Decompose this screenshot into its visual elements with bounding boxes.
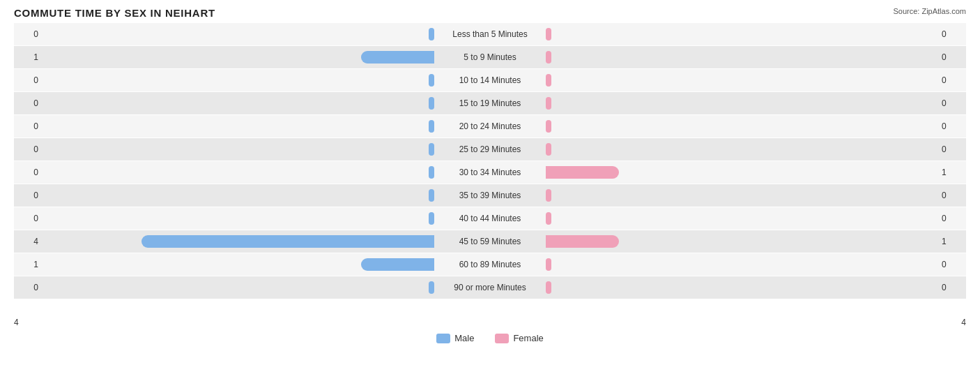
source-label: Source: ZipAtlas.com	[893, 7, 966, 15]
female-bar-6	[546, 166, 619, 179]
male-bar-11	[429, 281, 434, 294]
male-bar-container-8	[42, 211, 434, 226]
female-bar-container-9	[546, 234, 938, 249]
row-label-11: 90 or more Minutes	[434, 283, 546, 292]
bar-section-8: 40 to 44 Minutes	[42, 207, 938, 230]
male-value-8: 0	[14, 214, 42, 223]
female-value-3: 0	[938, 98, 966, 108]
male-bar-container-11	[42, 280, 434, 295]
male-value-11: 0	[14, 283, 42, 292]
legend-male-label: Male	[454, 333, 474, 343]
chart-container: COMMUTE TIME BY SEX IN NEIHART Source: Z…	[0, 0, 980, 365]
male-bar-container-10	[42, 257, 434, 272]
male-value-3: 0	[14, 98, 42, 108]
male-bar-container-5	[42, 142, 434, 157]
female-bar-container-8	[546, 211, 938, 226]
row-label-2: 10 to 14 Minutes	[434, 75, 546, 85]
bar-section-11: 90 or more Minutes	[42, 276, 938, 299]
female-value-10: 0	[938, 260, 966, 269]
female-value-2: 0	[938, 75, 966, 85]
male-bar-container-9	[42, 234, 434, 249]
bar-section-9: 45 to 59 Minutes	[42, 230, 938, 253]
legend-male-box	[436, 334, 450, 343]
table-row: 4 45 to 59 Minutes 1	[14, 230, 966, 253]
legend-female-box	[495, 334, 509, 343]
row-label-8: 40 to 44 Minutes	[434, 214, 546, 223]
female-bar-container-4	[546, 119, 938, 134]
female-value-9: 1	[938, 237, 966, 246]
female-bar-container-0	[546, 27, 938, 42]
axis-right-value: 4	[961, 318, 966, 327]
axis-values: 4 4	[14, 318, 966, 327]
table-row: 0 20 to 24 Minutes 0	[14, 115, 966, 137]
male-value-4: 0	[14, 121, 42, 131]
axis-left-value: 4	[14, 318, 19, 327]
male-value-6: 0	[14, 167, 42, 177]
male-bar-container-0	[42, 27, 434, 42]
table-row: 0 40 to 44 Minutes 0	[14, 207, 966, 230]
male-value-9: 4	[14, 237, 42, 246]
row-label-3: 15 to 19 Minutes	[434, 98, 546, 108]
row-label-10: 60 to 89 Minutes	[434, 260, 546, 269]
table-row: 1 5 to 9 Minutes 0	[14, 46, 966, 68]
bar-section-10: 60 to 89 Minutes	[42, 253, 938, 276]
female-bar-container-11	[546, 280, 938, 295]
legend: Male Female	[14, 333, 966, 343]
female-bar-11	[546, 281, 551, 294]
male-bar-6	[429, 166, 434, 179]
male-value-0: 0	[14, 29, 42, 39]
female-bar-container-2	[546, 73, 938, 88]
table-row: 0 10 to 14 Minutes 0	[14, 69, 966, 91]
female-bar-2	[546, 74, 551, 87]
table-row: 0 35 to 39 Minutes 0	[14, 184, 966, 207]
bar-section-0: Less than 5 Minutes	[42, 23, 938, 45]
female-bar-10	[546, 258, 551, 271]
female-bar-9	[546, 235, 619, 248]
female-value-1: 0	[938, 52, 966, 62]
female-bar-1	[546, 51, 551, 64]
male-bar-2	[429, 74, 434, 87]
bar-section-7: 35 to 39 Minutes	[42, 184, 938, 207]
female-value-6: 1	[938, 167, 966, 177]
bar-section-3: 15 to 19 Minutes	[42, 92, 938, 114]
female-bar-0	[546, 28, 551, 40]
table-row: 0 Less than 5 Minutes 0	[14, 23, 966, 45]
female-bar-container-6	[546, 165, 938, 180]
bar-section-2: 10 to 14 Minutes	[42, 69, 938, 91]
bar-section-5: 25 to 29 Minutes	[42, 138, 938, 161]
female-bar-7	[546, 189, 551, 202]
male-bar-8	[429, 212, 434, 225]
female-bar-8	[546, 212, 551, 225]
female-bar-container-5	[546, 142, 938, 157]
male-bar-0	[429, 28, 434, 40]
female-bar-3	[546, 97, 551, 110]
male-bar-container-2	[42, 73, 434, 88]
male-bar-5	[429, 143, 434, 156]
male-value-5: 0	[14, 144, 42, 154]
male-value-10: 1	[14, 260, 42, 269]
male-value-7: 0	[14, 191, 42, 200]
chart-title: COMMUTE TIME BY SEX IN NEIHART	[14, 7, 966, 19]
male-bar-3	[429, 97, 434, 110]
female-bar-container-7	[546, 188, 938, 203]
row-label-1: 5 to 9 Minutes	[434, 52, 546, 62]
table-row: 0 15 to 19 Minutes 0	[14, 92, 966, 114]
male-bar-9	[141, 235, 434, 248]
male-value-2: 0	[14, 75, 42, 85]
male-bar-container-3	[42, 96, 434, 111]
male-bar-1	[361, 51, 434, 64]
row-label-0: Less than 5 Minutes	[434, 29, 546, 39]
male-bar-container-1	[42, 50, 434, 65]
female-bar-container-3	[546, 96, 938, 111]
female-value-0: 0	[938, 29, 966, 39]
female-bar-5	[546, 143, 551, 156]
male-bar-4	[429, 120, 434, 133]
female-value-11: 0	[938, 283, 966, 292]
row-label-9: 45 to 59 Minutes	[434, 237, 546, 246]
table-row: 0 30 to 34 Minutes 1	[14, 161, 966, 184]
table-row: 1 60 to 89 Minutes 0	[14, 253, 966, 276]
female-bar-container-1	[546, 50, 938, 65]
table-row: 0 90 or more Minutes 0	[14, 276, 966, 299]
bar-section-1: 5 to 9 Minutes	[42, 46, 938, 68]
female-value-5: 0	[938, 144, 966, 154]
